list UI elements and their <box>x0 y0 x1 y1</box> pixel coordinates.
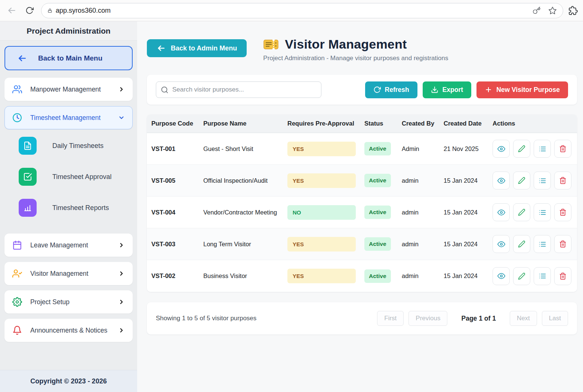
export-button[interactable]: Export <box>423 81 471 98</box>
status-badge: Active <box>364 206 391 219</box>
created-by-cell: admin <box>402 209 444 216</box>
edit-button[interactable] <box>513 140 530 158</box>
arrow-left-icon <box>157 44 166 53</box>
page-subtitle: Project Administration - Manage visitor … <box>263 55 448 62</box>
column-header: Actions <box>493 120 577 127</box>
list-icon <box>539 145 546 153</box>
sidebar-item-leave-management[interactable]: Leave Management <box>4 234 133 257</box>
details-button[interactable] <box>534 203 551 221</box>
table-row: VST-003 Long Term Visitor YES Active adm… <box>147 228 577 260</box>
purpose-name-cell: Long Term Visitor <box>203 241 287 248</box>
status-badge: Active <box>364 237 391 251</box>
pencil-icon <box>518 272 525 280</box>
submenu-item-label: Timesheet Reports <box>52 204 109 212</box>
table-header-row: Purpose Code Purpose Name Requires Pre-A… <box>147 114 577 133</box>
view-button[interactable] <box>493 203 510 221</box>
view-button[interactable] <box>493 172 510 189</box>
sidebar-item-visitor-management[interactable]: Visitor Management <box>4 262 133 285</box>
document-icon <box>19 137 37 155</box>
edit-button[interactable] <box>513 235 530 253</box>
previous-page-button[interactable]: Previous <box>408 311 447 326</box>
arrow-left-icon <box>17 53 27 63</box>
back-to-main-menu-label: Back to Main Menu <box>38 54 102 62</box>
browser-reload-button[interactable] <box>23 4 36 17</box>
sidebar-item-manpower-management[interactable]: Manpower Management <box>4 78 133 101</box>
purpose-name-cell: Guest - Short Visit <box>203 145 287 152</box>
refresh-button[interactable]: Refresh <box>365 81 417 98</box>
submenu-item-label: Timesheet Approval <box>52 173 111 181</box>
delete-button[interactable] <box>554 203 571 221</box>
extensions-icon[interactable] <box>568 6 578 15</box>
user-check-icon <box>12 269 22 278</box>
url-text[interactable]: app.syros360.com <box>56 7 529 15</box>
search-input[interactable] <box>172 86 317 93</box>
eye-icon <box>497 209 505 216</box>
sidebar-item-project-setup[interactable]: Project Setup <box>4 290 133 314</box>
created-date-cell: 21 Nov 2025 <box>444 145 493 152</box>
column-header: Purpose Code <box>151 120 203 127</box>
delete-button[interactable] <box>554 267 571 285</box>
submenu-item-timesheet-reports[interactable]: Timesheet Reports <box>19 199 133 217</box>
column-header: Created Date <box>444 120 493 127</box>
edit-button[interactable] <box>513 172 530 189</box>
submenu-item-daily-timesheets[interactable]: Daily Timesheets <box>19 137 133 155</box>
first-page-button[interactable]: First <box>377 311 404 326</box>
table-row: VST-004 Vendor/Contractor Meeting NO Act… <box>147 197 577 228</box>
purpose-code-cell: VST-003 <box>151 241 203 248</box>
users-icon <box>12 84 22 94</box>
created-date-cell: 15 Jan 2024 <box>444 241 493 248</box>
view-button[interactable] <box>493 235 510 253</box>
key-icon[interactable] <box>533 6 541 15</box>
delete-button[interactable] <box>554 140 571 158</box>
results-summary: Showing 1 to 5 of 5 visitor purposes <box>156 315 256 322</box>
submenu-item-timesheet-approval[interactable]: Timesheet Approval <box>19 168 133 186</box>
pencil-icon <box>518 177 525 184</box>
list-icon <box>539 177 546 185</box>
sidebar-item-announcements[interactable]: Announcements & Notices <box>4 319 133 342</box>
trash-icon <box>559 177 567 184</box>
new-visitor-purpose-button[interactable]: New Visitor Purpose <box>476 81 568 98</box>
purpose-code-cell: VST-005 <box>151 177 203 184</box>
sidebar-item-timesheet-management[interactable]: Timesheet Management <box>4 106 133 129</box>
edit-button[interactable] <box>513 203 530 221</box>
clock-icon <box>12 113 22 123</box>
delete-button[interactable] <box>554 172 571 189</box>
last-page-button[interactable]: Last <box>542 311 568 326</box>
timesheet-submenu: Daily Timesheets Timesheet Approval Time… <box>4 135 133 234</box>
trash-icon <box>559 145 567 152</box>
next-page-button[interactable]: Next <box>510 311 537 326</box>
visitor-purposes-table: Purpose Code Purpose Name Requires Pre-A… <box>147 114 577 292</box>
back-to-main-menu-button[interactable]: Back to Main Menu <box>4 46 133 70</box>
purpose-name-cell: Official Inspection/Audit <box>203 177 287 184</box>
back-to-admin-menu-button[interactable]: Back to Admin Menu <box>147 39 247 57</box>
table-row: VST-001 Guest - Short Visit YES Active A… <box>147 133 577 165</box>
chevron-right-icon <box>118 327 125 334</box>
browser-back-button[interactable] <box>5 4 18 17</box>
star-icon[interactable] <box>548 6 557 15</box>
delete-button[interactable] <box>554 235 571 253</box>
site-info-icon[interactable] <box>47 8 52 13</box>
browser-chrome: app.syros360.com <box>0 0 583 21</box>
pencil-icon <box>518 240 525 248</box>
details-button[interactable] <box>534 140 551 158</box>
edit-button[interactable] <box>513 267 530 285</box>
details-button[interactable] <box>534 172 551 189</box>
chevron-right-icon <box>118 299 125 305</box>
view-button[interactable] <box>493 267 510 285</box>
purpose-name-cell: Business Visitor <box>203 272 287 280</box>
refresh-icon <box>373 86 381 93</box>
download-icon <box>431 86 438 93</box>
created-by-cell: admin <box>402 177 444 184</box>
trash-icon <box>559 209 567 216</box>
purpose-code-cell: VST-002 <box>151 272 203 280</box>
search-box[interactable] <box>156 81 321 98</box>
sidebar-item-label: Announcements & Notices <box>30 327 110 334</box>
details-button[interactable] <box>534 235 551 253</box>
purpose-name-cell: Vendor/Contractor Meeting <box>203 209 287 216</box>
details-button[interactable] <box>534 267 551 285</box>
address-bar[interactable]: app.syros360.com <box>41 3 563 18</box>
eye-icon <box>497 240 505 248</box>
pre-approval-badge: YES <box>287 237 356 251</box>
created-date-cell: 15 Jan 2024 <box>444 177 493 184</box>
view-button[interactable] <box>493 140 510 158</box>
